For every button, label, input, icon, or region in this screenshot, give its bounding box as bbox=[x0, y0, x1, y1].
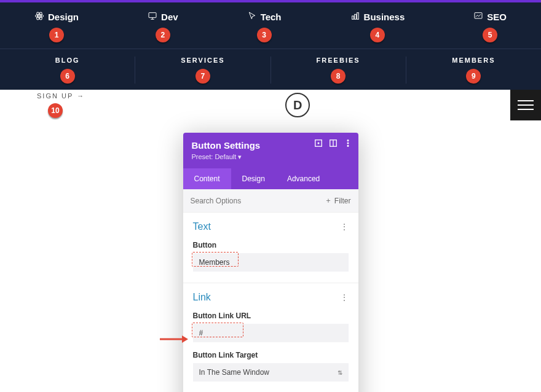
monitor-icon bbox=[148, 11, 157, 23]
section-text: Text ⋮ Button bbox=[183, 213, 358, 283]
search-row: ＋Filter bbox=[183, 189, 358, 213]
field-label-url: Button Link URL bbox=[193, 312, 349, 320]
tab-advanced[interactable]: Advanced bbox=[276, 168, 331, 189]
svg-rect-8 bbox=[354, 14, 356, 19]
subnav-freebies[interactable]: FREEBIES 8 bbox=[271, 57, 406, 84]
modal-header[interactable]: Button Settings Preset: Default ▾ bbox=[183, 133, 358, 168]
subnav-label: MEMBERS bbox=[452, 57, 495, 64]
top-nav: Design 1 Dev 2 Tech 3 Business 4 SEO 5 bbox=[0, 2, 541, 49]
tab-design[interactable]: Design bbox=[231, 168, 276, 189]
numbered-badge: 5 bbox=[483, 28, 497, 42]
topnav-label: Dev bbox=[161, 12, 178, 22]
numbered-badge: 2 bbox=[156, 28, 170, 42]
numbered-badge: 10 bbox=[48, 103, 63, 118]
subnav-label: BLOG bbox=[55, 57, 80, 64]
search-input[interactable] bbox=[191, 197, 283, 205]
section-link: Link ⋮ Button Link URL Button Link Targe… bbox=[183, 283, 358, 392]
filter-button[interactable]: ＋Filter bbox=[325, 195, 351, 206]
svg-point-1 bbox=[35, 14, 43, 17]
subnav-label: FREEBIES bbox=[317, 57, 360, 64]
atom-icon bbox=[34, 11, 44, 23]
svg-point-16 bbox=[347, 143, 349, 144]
topnav-label: Business bbox=[364, 12, 405, 22]
section-title[interactable]: Link bbox=[193, 292, 211, 303]
numbered-badge: 8 bbox=[331, 69, 346, 84]
svg-rect-4 bbox=[149, 13, 156, 18]
topnav-label: SEO bbox=[487, 12, 507, 22]
button-url-input[interactable] bbox=[193, 324, 349, 342]
field-label-button: Button bbox=[193, 241, 349, 249]
svg-marker-21 bbox=[182, 335, 188, 343]
plus-icon: ＋ bbox=[325, 195, 332, 206]
columns-icon[interactable] bbox=[329, 139, 338, 147]
button-text-input[interactable] bbox=[193, 253, 349, 272]
svg-point-12 bbox=[318, 143, 319, 144]
topnav-label: Design bbox=[48, 12, 79, 22]
topnav-design[interactable]: Design 1 bbox=[34, 11, 79, 42]
modal-tabs: Content Design Advanced bbox=[183, 168, 358, 189]
logo-letter: D bbox=[293, 98, 302, 112]
svg-point-0 bbox=[39, 15, 41, 17]
subnav-blog[interactable]: BLOG 6 bbox=[0, 57, 135, 84]
annotation-arrow bbox=[160, 334, 188, 347]
header-bar: SIGN UP → 10 D bbox=[0, 90, 541, 120]
link-target-select[interactable]: In The Same Window bbox=[193, 363, 349, 382]
signup-link[interactable]: SIGN UP → bbox=[37, 92, 85, 100]
topnav-dev[interactable]: Dev 2 bbox=[148, 11, 178, 42]
more-icon[interactable]: ⋮ bbox=[340, 292, 349, 302]
numbered-badge: 1 bbox=[49, 28, 64, 42]
svg-point-17 bbox=[347, 146, 349, 147]
subnav-services[interactable]: SERVICES 7 bbox=[135, 57, 270, 84]
svg-point-15 bbox=[347, 140, 349, 141]
topnav-business[interactable]: Business 4 bbox=[350, 11, 405, 42]
numbered-badge: 4 bbox=[370, 28, 385, 42]
sub-nav: BLOG 6 SERVICES 7 FREEBIES 8 MEMBERS 9 bbox=[0, 49, 541, 90]
numbered-badge: 9 bbox=[466, 69, 481, 84]
topnav-tech[interactable]: Tech 3 bbox=[247, 11, 282, 42]
more-icon[interactable] bbox=[344, 139, 352, 147]
numbered-badge: 7 bbox=[195, 69, 210, 84]
svg-rect-9 bbox=[357, 13, 358, 20]
topnav-seo[interactable]: SEO 5 bbox=[473, 11, 507, 42]
svg-rect-7 bbox=[352, 16, 353, 19]
numbered-badge: 3 bbox=[257, 28, 272, 42]
subnav-label: SERVICES bbox=[181, 57, 224, 64]
menu-button[interactable] bbox=[510, 90, 541, 120]
more-icon[interactable]: ⋮ bbox=[340, 222, 349, 232]
cursor-icon bbox=[247, 11, 257, 23]
arrow-right-icon: → bbox=[77, 92, 85, 100]
chart-icon bbox=[350, 11, 360, 23]
chevron-down-icon: ▾ bbox=[238, 153, 242, 160]
section-title[interactable]: Text bbox=[193, 221, 211, 232]
expand-icon[interactable] bbox=[314, 139, 323, 147]
button-settings-modal: Button Settings Preset: Default ▾ Conten… bbox=[183, 133, 358, 392]
signup-label: SIGN UP bbox=[37, 92, 73, 100]
seo-icon bbox=[473, 11, 483, 23]
subnav-members[interactable]: MEMBERS 9 bbox=[406, 57, 541, 84]
tab-content[interactable]: Content bbox=[183, 168, 231, 189]
topnav-label: Tech bbox=[261, 12, 282, 22]
numbered-badge: 6 bbox=[60, 69, 75, 84]
field-label-target: Button Link Target bbox=[193, 351, 349, 359]
logo[interactable]: D bbox=[285, 93, 310, 117]
modal-preset[interactable]: Preset: Default ▾ bbox=[192, 153, 350, 161]
